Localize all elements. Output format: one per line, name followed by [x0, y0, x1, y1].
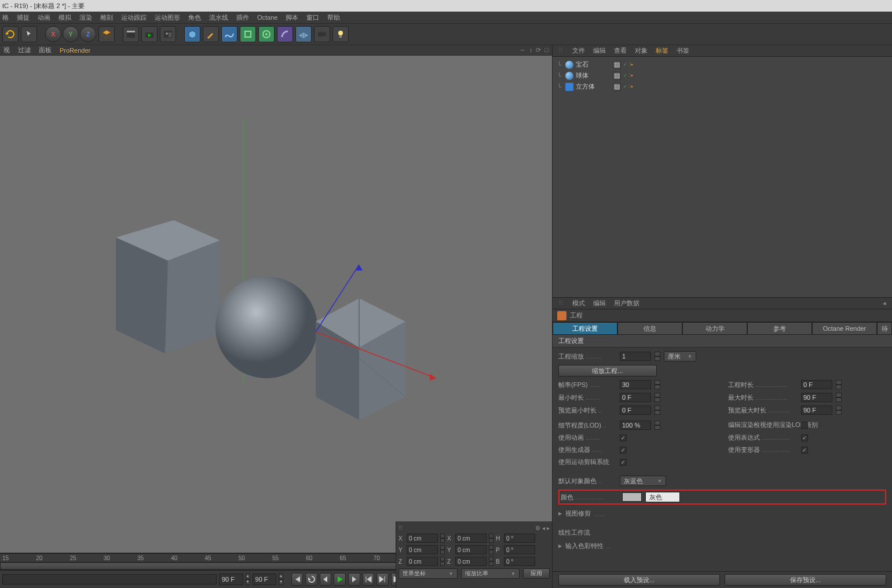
project-length-field[interactable]: 0 F — [801, 380, 832, 389]
picture-viewer-icon[interactable] — [160, 26, 176, 42]
layer-toggle[interactable]: ▨ — [613, 83, 621, 91]
menu-item[interactable]: 格 — [2, 13, 9, 22]
tab-info[interactable]: 信息 — [617, 322, 682, 335]
viewport-menu-item[interactable]: 视 — [3, 46, 10, 54]
rot-b-field[interactable]: 0 ° — [504, 557, 535, 566]
menu-item[interactable]: 运动图形 — [155, 13, 180, 22]
lod-field[interactable]: 100 % — [620, 421, 651, 430]
visibility-toggle[interactable]: ✓ — [623, 84, 627, 89]
array-icon[interactable] — [258, 26, 275, 42]
play-icon[interactable] — [334, 573, 346, 586]
pan-icon[interactable]: ↔ — [520, 46, 526, 54]
primitive-cube-icon[interactable] — [184, 26, 200, 42]
panel-tab[interactable]: 用户数据 — [614, 299, 639, 308]
menu-item[interactable]: 捕捉 — [17, 13, 30, 22]
menu-item[interactable]: 脚本 — [286, 13, 298, 22]
layer-toggle[interactable]: ▨ — [613, 72, 621, 80]
panel-tab[interactable]: 模式 — [572, 299, 585, 308]
panel-tab[interactable]: 标签 — [656, 46, 668, 55]
load-preset-button[interactable]: 载入预设... — [558, 574, 720, 586]
tag-icon[interactable]: ∶• — [629, 83, 633, 90]
pen-icon[interactable] — [203, 26, 219, 42]
timeline-end-field[interactable]: 90 F — [253, 574, 277, 585]
menu-item[interactable]: 流水线 — [209, 13, 228, 22]
unit-dropdown[interactable]: 厘米▼ — [664, 351, 696, 361]
use-expressions-checkbox[interactable]: ✓ — [801, 434, 808, 441]
use-deformers-checkbox[interactable]: ✓ — [801, 447, 808, 454]
use-generators-checkbox[interactable]: ✓ — [620, 447, 627, 454]
panel-tab[interactable]: 查看 — [614, 46, 627, 55]
panel-tab[interactable]: 对象 — [635, 46, 648, 55]
render-settings-icon[interactable] — [141, 26, 158, 42]
min-frame-field[interactable]: 0 F — [620, 393, 651, 402]
menu-item[interactable]: 动画 — [38, 13, 50, 22]
3d-viewport[interactable] — [0, 56, 552, 553]
tag-icon[interactable]: ∶• — [629, 72, 633, 79]
panel-tab[interactable]: 书签 — [677, 46, 689, 55]
size-y-field[interactable]: 0 cm — [455, 545, 487, 554]
tab-dynamics[interactable]: 动力学 — [682, 322, 747, 335]
view-clip-expander[interactable]: ▶视图修剪 ...... — [558, 508, 886, 519]
maximize-icon[interactable]: □ — [544, 46, 549, 54]
tab-octane[interactable]: Octane Render — [812, 322, 877, 335]
prev-frame-icon[interactable] — [320, 573, 332, 586]
tree-item-cube[interactable]: └ 立方体 ▨ ✓ ∶• — [553, 81, 892, 92]
menu-item[interactable]: 运动跟踪 — [121, 13, 147, 22]
panel-tab[interactable]: 编辑 — [593, 299, 606, 308]
apply-button[interactable]: 应用 — [523, 568, 550, 579]
menu-item[interactable]: 模拟 — [59, 13, 71, 22]
menu-item[interactable]: 角色 — [188, 13, 201, 22]
viewport-menu-prorender[interactable]: ProRender — [60, 47, 90, 54]
timeline-start-field[interactable]: 90 F — [219, 574, 243, 585]
rot-h-field[interactable]: 0 ° — [504, 534, 535, 543]
next-frame-icon[interactable] — [348, 573, 360, 586]
tree-item-gem[interactable]: └ 宝石 ▨ ✓ ∶• — [553, 59, 892, 70]
menu-item[interactable]: 插件 — [236, 13, 249, 22]
camera-icon[interactable] — [314, 26, 330, 42]
default-color-dropdown[interactable]: 灰蓝色▼ — [620, 476, 666, 486]
tree-item-sphere[interactable]: └ 球体 ▨ ✓ ∶• — [553, 70, 892, 81]
viewport-menu-item[interactable]: 过滤 — [18, 46, 31, 54]
tag-icon[interactable]: ∶• — [629, 61, 633, 68]
floor-icon[interactable] — [295, 26, 312, 42]
coord-system-dropdown[interactable]: 世界坐标▼ — [399, 568, 458, 579]
timeline-powerslider[interactable] — [2, 574, 217, 585]
nav-back-icon[interactable]: ◂ — [883, 300, 886, 307]
deformer-icon[interactable] — [240, 26, 256, 42]
menu-item[interactable]: 窗口 — [306, 13, 319, 22]
loop-icon[interactable] — [305, 573, 317, 586]
menu-item[interactable]: 渲染 — [79, 13, 92, 22]
axis-z-toggle[interactable]: Z — [80, 26, 96, 42]
size-z-field[interactable]: 0 cm — [455, 557, 487, 566]
viewport-menu-item[interactable]: 面板 — [39, 46, 52, 54]
lod-edit-checkbox[interactable] — [801, 422, 808, 429]
axis-y-toggle[interactable]: Y — [63, 26, 79, 42]
menu-item[interactable]: 雕刻 — [100, 13, 113, 22]
spinner-icon[interactable]: ▲▼ — [279, 574, 283, 585]
scale-project-button[interactable]: 缩放工程... — [558, 365, 657, 377]
tab-reference[interactable]: 参考 — [747, 322, 812, 335]
undo-icon[interactable] — [2, 26, 19, 42]
coord-mode-dropdown[interactable]: 缩放比率▼ — [461, 568, 520, 579]
layer-toggle[interactable]: ▨ — [613, 61, 621, 69]
input-color-expander[interactable]: ▶输入色彩特性 .. — [558, 540, 886, 552]
spline-icon[interactable] — [221, 26, 237, 42]
panel-tab[interactable]: 编辑 — [593, 46, 606, 55]
preview-min-field[interactable]: 0 F — [620, 406, 651, 415]
spinner-icon[interactable] — [655, 352, 660, 361]
pos-z-field[interactable]: 0 cm — [407, 557, 438, 566]
project-scale-field[interactable]: 1 — [620, 352, 651, 361]
prev-key-icon[interactable] — [363, 573, 375, 586]
next-key-icon[interactable] — [376, 573, 389, 586]
preview-max-field[interactable]: 90 F — [801, 406, 832, 415]
light-icon[interactable] — [332, 26, 349, 42]
pointer-icon[interactable] — [21, 26, 37, 42]
zoom-icon[interactable]: ↕ — [529, 46, 533, 54]
panel-tab[interactable]: 文件 — [572, 46, 585, 55]
goto-start-icon[interactable] — [291, 573, 304, 586]
gear-icon[interactable]: ⚙ ◂ ▸ — [535, 525, 550, 531]
use-animation-checkbox[interactable]: ✓ — [620, 434, 627, 441]
fps-field[interactable]: 30 — [620, 380, 651, 389]
pos-x-field[interactable]: 0 cm — [407, 534, 438, 543]
max-frame-field[interactable]: 90 F — [801, 393, 832, 402]
